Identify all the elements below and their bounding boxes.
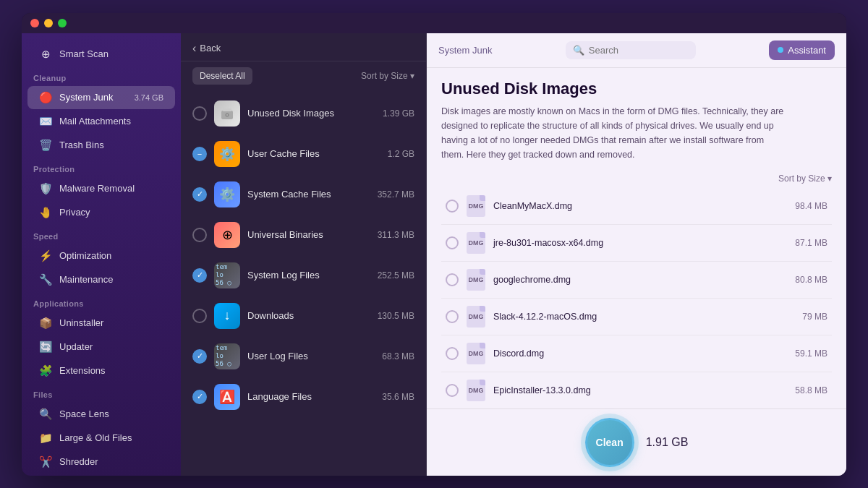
file-check-4[interactable] <box>446 310 459 323</box>
system-junk-badge: 3.74 GB <box>135 93 163 102</box>
privacy-label: Privacy <box>59 207 163 218</box>
sort-by-size-label[interactable]: Sort by Size ▾ <box>361 71 414 81</box>
svg-rect-1 <box>223 108 231 111</box>
check-language[interactable]: ✓ <box>192 390 207 404</box>
deselect-all-button[interactable]: Deselect All <box>192 67 252 85</box>
sidebar-item-optimization[interactable]: ⚡ Optimization <box>27 244 175 267</box>
trash-icon: 🗑️ <box>39 139 52 152</box>
scan-item-size: 311.3 MB <box>378 230 414 240</box>
back-label: Back <box>200 43 221 53</box>
assistant-button[interactable]: Assistant <box>769 40 835 60</box>
close-button[interactable] <box>30 19 39 27</box>
dmg-file-icon: DMG <box>466 194 486 218</box>
check-mark: ✓ <box>197 392 203 401</box>
sidebar-item-mail-attachments[interactable]: ✉️ Mail Attachments <box>27 110 175 133</box>
file-check-1[interactable] <box>446 200 459 213</box>
cache-icon: ⚙️ <box>214 141 240 167</box>
scan-item-name: Unused Disk Images <box>247 108 334 119</box>
downloads-icon: ↓ <box>214 303 240 329</box>
check-user-cache[interactable]: − <box>192 147 207 161</box>
file-name: jre-8u301-macosx-x64.dmg <box>493 238 788 248</box>
scan-item-downloads[interactable]: ↓ Downloads 130.5 MB <box>181 296 426 336</box>
file-size: 59.1 MB <box>795 348 827 359</box>
uninstaller-icon: 📦 <box>39 317 52 330</box>
scan-item-system-log[interactable]: ✓ tem lo56 ○ System Log Files 252.5 MB <box>181 255 426 296</box>
section-label-protection: Protection <box>22 158 181 176</box>
svg-point-3 <box>226 114 228 116</box>
file-row[interactable]: DMG jre-8u301-macosx-x64.dmg 87.1 MB <box>441 225 832 262</box>
search-input[interactable] <box>589 45 689 56</box>
check-system-cache[interactable]: ✓ <box>192 187 207 202</box>
dmg-file-icon: DMG <box>466 379 486 402</box>
extensions-icon: 🧩 <box>39 364 52 377</box>
scan-item-system-cache[interactable]: ✓ ⚙️ System Cache Files 352.7 MB <box>181 174 426 215</box>
check-mark: ✓ <box>197 351 203 361</box>
maximize-button[interactable] <box>58 19 67 27</box>
sidebar-item-space-lens[interactable]: 🔍 Space Lens <box>27 403 175 426</box>
large-files-icon: 📁 <box>39 432 52 445</box>
scan-list: Unused Disk Images 1.39 GB − ⚙️ User Cac… <box>181 90 426 476</box>
space-lens-icon: 🔍 <box>39 408 52 421</box>
sidebar-item-malware-removal[interactable]: 🛡️ Malware Removal <box>27 177 175 200</box>
scan-item-user-log[interactable]: ✓ tem lo56 ○ User Log Files 68.3 MB <box>181 336 426 377</box>
dmg-file-icon: DMG <box>466 342 486 365</box>
sidebar-item-extensions[interactable]: 🧩 Extensions <box>27 359 175 382</box>
middle-header: ‹ Back <box>181 33 426 61</box>
assistant-dot-icon <box>778 47 783 53</box>
sidebar-item-privacy[interactable]: 🤚 Privacy <box>27 201 175 224</box>
scan-item-unused-disk-images[interactable]: Unused Disk Images 1.39 GB <box>181 93 426 134</box>
check-mark: ✓ <box>197 189 203 199</box>
file-check-6[interactable] <box>446 384 459 397</box>
scan-item-universal-binaries[interactable]: ⊕ Universal Binaries 311.3 MB <box>181 215 426 255</box>
disk-image-icon <box>214 100 240 127</box>
back-button[interactable]: ‹ Back <box>192 42 221 55</box>
clean-button[interactable]: Clean <box>585 418 634 467</box>
check-user-log[interactable]: ✓ <box>192 349 207 364</box>
check-universal[interactable] <box>192 228 207 242</box>
file-check-2[interactable] <box>446 236 459 249</box>
maintenance-label: Maintenance <box>59 274 163 285</box>
sidebar-item-system-junk[interactable]: 🔴 System Junk 3.74 GB <box>27 86 175 109</box>
sidebar-item-smart-scan[interactable]: ⊕ Smart Scan <box>27 43 175 66</box>
file-row[interactable]: DMG googlechrome.dmg 80.8 MB <box>441 262 832 299</box>
scan-item-language-files[interactable]: ✓ 🅰️ Language Files 35.6 MB <box>181 377 426 417</box>
file-name: CleanMyMacX.dmg <box>493 201 788 211</box>
files-sort-label[interactable]: Sort by Size ▾ <box>778 174 832 184</box>
scan-item-size: 130.5 MB <box>378 311 414 321</box>
scan-item-name: User Log Files <box>247 351 308 361</box>
minus-mark: − <box>197 150 202 158</box>
section-label-cleanup: Cleanup <box>22 67 181 85</box>
scan-item-size: 1.2 GB <box>388 149 414 159</box>
sidebar-item-maintenance[interactable]: 🔧 Maintenance <box>27 268 175 291</box>
syslog-icon: tem lo56 ○ <box>214 262 240 288</box>
check-downloads[interactable] <box>192 309 207 323</box>
mail-icon: ✉️ <box>39 115 52 128</box>
scan-item-user-cache[interactable]: − ⚙️ User Cache Files 1.2 GB <box>181 134 426 174</box>
right-header: System Junk 🔍 Assistant <box>427 33 846 68</box>
title-bar <box>22 13 846 33</box>
file-row[interactable]: DMG EpicInstaller-13.3.0.dmg 58.8 MB <box>441 372 832 408</box>
scan-item-name: Downloads <box>247 310 294 321</box>
sidebar-item-trash-bins[interactable]: 🗑️ Trash Bins <box>27 134 175 157</box>
dmg-file-icon: DMG <box>466 305 486 328</box>
check-unused-disk[interactable] <box>192 106 207 121</box>
sidebar-item-uninstaller[interactable]: 📦 Uninstaller <box>27 312 175 335</box>
file-check-3[interactable] <box>446 273 459 286</box>
scan-item-name: Universal Binaries <box>247 229 323 240</box>
file-size: 58.8 MB <box>795 385 827 395</box>
check-system-log[interactable]: ✓ <box>192 268 207 283</box>
minimize-button[interactable] <box>44 19 53 27</box>
content-description: Disk images are mostly known on Macs in … <box>441 104 788 162</box>
file-row[interactable]: DMG Slack-4.12.2-macOS.dmg 79 MB <box>441 299 832 335</box>
system-junk-icon: 🔴 <box>39 91 52 104</box>
extensions-label: Extensions <box>59 365 163 376</box>
search-box[interactable]: 🔍 <box>566 41 696 59</box>
sidebar-item-shredder[interactable]: ✂️ Shredder <box>27 450 175 474</box>
sidebar-item-large-old-files[interactable]: 📁 Large & Old Files <box>27 427 175 450</box>
file-check-5[interactable] <box>446 347 459 360</box>
file-row[interactable]: DMG CleanMyMacX.dmg 98.4 MB <box>441 188 832 225</box>
scan-item-size: 35.6 MB <box>382 392 414 402</box>
file-row[interactable]: DMG Discord.dmg 59.1 MB <box>441 335 832 372</box>
system-junk-label: System Junk <box>59 92 127 103</box>
sidebar-item-updater[interactable]: 🔄 Updater <box>27 335 175 359</box>
